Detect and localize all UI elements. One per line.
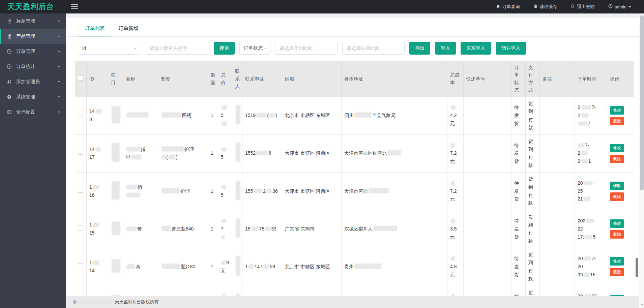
table-cell: 货到付款 [526, 172, 540, 210]
delete-button[interactable]: 删除 [610, 117, 624, 125]
column-header: 快递单号 [464, 61, 511, 97]
censored-block [236, 181, 240, 200]
censored-block [369, 188, 389, 193]
censored-block [354, 112, 371, 118]
censored-block [112, 181, 120, 200]
keyword-input[interactable] [145, 42, 209, 55]
delete-button[interactable]: 删除 [610, 155, 624, 163]
navbar-item-1[interactable]: 清理缓存 [533, 4, 557, 10]
censored-block [578, 143, 584, 148]
row-checkbox[interactable] [78, 225, 83, 230]
sidebar-item-5[interactable]: 系统管理 [0, 89, 66, 104]
table-cell [232, 172, 242, 210]
import-button[interactable]: 导入 [435, 42, 456, 55]
edit-button[interactable]: 修改 [610, 144, 624, 152]
edit-button[interactable]: 修改 [610, 257, 624, 266]
table-cell: 202-2217:5 [575, 210, 607, 248]
sidebar-item-3[interactable]: ?订单统计 [0, 59, 66, 74]
sidebar-item-label: 订单管理 [16, 49, 35, 55]
users-icon [7, 79, 12, 85]
table-cell [108, 97, 123, 134]
tab-order-list[interactable]: 订单列表 [78, 21, 112, 36]
censored-block [222, 219, 226, 223]
censored-block [112, 106, 120, 123]
censored-block [236, 105, 240, 124]
table-cell: 27-27 [575, 97, 607, 134]
filter-bar: id 搜索 订单状态 导出 导入 京东导入 韵达导入 [66, 37, 639, 59]
table-cell: 待发货 [511, 210, 526, 248]
censored-block [586, 219, 594, 223]
logout-icon [571, 4, 575, 9]
table-cell [108, 286, 123, 296]
delete-button[interactable]: 删除 [610, 268, 624, 276]
footer-copyright: © 天天盈利后台版权所有 [66, 296, 644, 308]
censored-block [77, 299, 114, 305]
order-status-select[interactable]: 订单状态 [239, 42, 270, 55]
censored-block [126, 112, 149, 118]
yunda-import-button[interactable]: 韵达导入 [496, 42, 526, 55]
scrollbar-down-arrow-icon[interactable] [640, 304, 643, 307]
main-content: 订单列表 订单新增 id 搜索 订单状态 导出 导入 京东导入 韵达导入 ID栏… [66, 18, 639, 296]
edit-button[interactable]: 修改 [610, 219, 624, 228]
hamburger-menu-icon[interactable] [71, 3, 78, 10]
sidebar-item-6[interactable]: 全局配置 [0, 104, 66, 120]
inner-scrollbar-thumb[interactable] [636, 258, 638, 277]
chevron-down-icon [58, 96, 60, 99]
table-row: 114膏瓶(18019元114759北京市 市辖区 东城区贵州4.8元待发货货到… [75, 248, 634, 286]
start-time-input[interactable] [275, 42, 338, 55]
table-cell [540, 210, 575, 248]
question-icon: ? [7, 64, 12, 69]
row-checkbox[interactable] [78, 150, 83, 155]
top-navbar: 天天盈利后台 订单查询清理缓存退出登陆admin [0, 0, 644, 13]
table-cell: 护理 [158, 286, 208, 296]
censored-block [162, 146, 184, 152]
table-cell [108, 210, 123, 248]
censored-block [581, 113, 588, 118]
delete-button[interactable]: 删除 [610, 230, 624, 239]
end-time-input[interactable] [342, 42, 405, 55]
sidebar-item-0[interactable]: 标题管理 [0, 13, 66, 29]
table-cell [464, 97, 511, 134]
navbar-menu: 订单查询清理缓存退出登陆admin [496, 4, 644, 10]
row-checkbox-cell [75, 210, 87, 248]
censored-block [578, 121, 587, 126]
search-button[interactable]: 搜索 [214, 42, 235, 55]
sidebar-item-4[interactable]: 添加管理员 [0, 74, 66, 89]
header-checkbox-cell [75, 61, 87, 97]
edit-button[interactable]: 修改 [610, 106, 624, 115]
scrollbar-thumb[interactable] [640, 15, 644, 190]
table-cell: 广东省 东莞市 [282, 210, 342, 248]
censored-block [266, 189, 272, 193]
sidebar-item-1[interactable]: 产品管理 [0, 29, 66, 44]
censored-block [451, 256, 455, 261]
row-checkbox[interactable] [78, 188, 83, 193]
censored-block [251, 226, 259, 231]
row-checkbox[interactable] [78, 112, 83, 117]
sidebar: 标题管理产品管理?订单管理?订单统计添加管理员系统管理全局配置 [0, 13, 66, 308]
page-scrollbar[interactable] [639, 13, 644, 308]
navbar-item-2[interactable]: 退出登陆 [571, 4, 595, 10]
navbar-item-0[interactable]: 订单查询 [496, 4, 520, 10]
orders-table: ID栏目名称套餐数量总价联系人联系电话区域具体地址总成本快递单号订单状态支付方式… [75, 61, 634, 296]
censored-block [222, 185, 226, 189]
export-button[interactable]: 导出 [409, 42, 430, 55]
navbar-item-3[interactable]: admin [608, 4, 631, 9]
table-cell [232, 286, 242, 296]
table-cell [464, 134, 511, 172]
table-cell: 4.2元 [447, 97, 464, 134]
chevron-down-icon [58, 51, 60, 54]
sidebar-item-2[interactable]: ?订单管理 [0, 44, 66, 59]
edit-button[interactable]: 修改 [610, 182, 624, 190]
search-field-select[interactable]: id [78, 42, 140, 55]
order-status-value: 订单状态 [244, 45, 263, 51]
table-cell [540, 248, 575, 286]
censored-block [269, 113, 275, 118]
select-all-checkbox[interactable] [78, 75, 83, 81]
doc-icon [7, 34, 12, 39]
tab-order-new[interactable]: 订单新增 [112, 21, 145, 36]
table-cell: 天津市 市辖区 河西区 [282, 134, 342, 172]
jd-import-button[interactable]: 京东导入 [461, 42, 491, 55]
row-checkbox[interactable] [78, 263, 83, 268]
actions-cell: 修改删除 [607, 134, 634, 172]
delete-button[interactable]: 删除 [610, 192, 624, 201]
